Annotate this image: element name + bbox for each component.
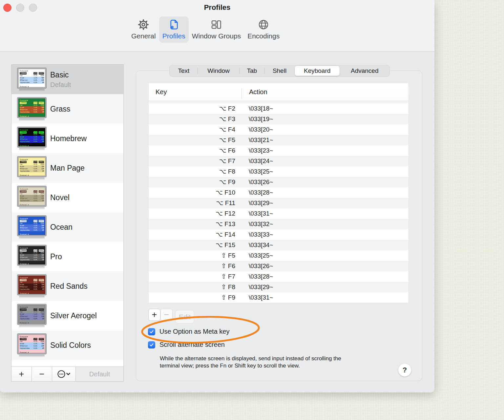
key-mapping-row[interactable]: ⌥ F11\033[29~: [149, 198, 409, 208]
terminal-preferences-window: Profiles: [0, 0, 434, 392]
key-mapping-row[interactable]: ⌥ F3\033[19~: [149, 114, 409, 124]
profile-item-man-page[interactable]: Terminal#COMMAND%CPURPRVTtop4.1%231KXcod…: [11, 153, 123, 183]
remove-profile-button[interactable]: −: [32, 367, 52, 381]
key-mapping-row[interactable]: ⇧ F7\033[28~: [149, 271, 409, 282]
key-mapping-row[interactable]: ⌥ F12\033[31~: [149, 208, 409, 219]
edit-key-button[interactable]: Edit: [175, 310, 194, 324]
tab-advanced[interactable]: Advanced: [340, 65, 389, 76]
action-cell: \033[23~: [242, 145, 273, 156]
tab-window[interactable]: Window: [198, 65, 240, 76]
profile-thumbnail: Terminal#COMMAND%CPURPRVTtop4.1%231KXcod…: [17, 97, 46, 121]
action-cell: \033[24~: [242, 156, 273, 166]
profile-name: Novel: [50, 193, 70, 202]
profile-item-silver-aerogel[interactable]: Terminal#COMMAND%CPURPRVTtop4.1%231KXcod…: [11, 301, 123, 330]
profile-item-pro[interactable]: Terminal#COMMAND%CPURPRVTtop4.1%231KXcod…: [11, 242, 123, 271]
key-cell: ⌥ F5: [149, 135, 242, 145]
key-mapping-row[interactable]: ⌥ F13\033[32~: [149, 219, 409, 229]
action-cell: \033[18~: [242, 103, 273, 114]
profile-thumbnail: Terminal#COMMAND%CPURPRVTtop4.1%231KXcod…: [17, 157, 46, 180]
column-divider: [242, 88, 242, 99]
key-mapping-row[interactable]: ⌥ F15\033[34~: [149, 240, 409, 250]
key-mapping-row[interactable]: ⇧ F6\033[26~: [149, 261, 409, 271]
use-option-as-meta-checkbox[interactable]: [148, 328, 155, 335]
profile-thumbnail: Terminal#COMMAND%CPURPRVTtop4.1%231KXcod…: [17, 334, 46, 357]
profile-thumbnail: Terminal#COMMAND%CPURPRVTtop4.1%231KXcod…: [17, 245, 46, 269]
toolbar-item-window-groups[interactable]: Window Groups: [189, 16, 244, 43]
table-header: Key Action: [149, 83, 409, 101]
tab-tab[interactable]: Tab: [239, 65, 264, 76]
key-mapping-row[interactable]: ⌥ F14\033[33~: [149, 229, 409, 240]
key-mapping-row[interactable]: ⇧ F8\033[29~: [149, 282, 409, 292]
profile-item-grass[interactable]: Terminal#COMMAND%CPURPRVTtop4.1%231KXcod…: [11, 94, 123, 124]
preferences-toolbar: General: [128, 16, 283, 43]
key-cell: ⇧ F7: [149, 271, 242, 282]
default-button[interactable]: Default: [76, 367, 123, 381]
key-cell: ⇧ F9: [149, 292, 242, 303]
action-cell: \033[25~: [242, 250, 273, 261]
add-key-button[interactable]: +: [148, 309, 160, 321]
tab-text[interactable]: Text: [170, 65, 198, 76]
action-cell: \033[26~: [242, 261, 273, 271]
profile-thumbnail: Terminal#COMMAND%CPURPRVTtop4.1%231KXcod…: [17, 186, 46, 210]
action-cell: \033[34~: [242, 240, 273, 250]
profile-item-novel[interactable]: Terminal#COMMAND%CPURPRVTtop4.1%231KXcod…: [11, 183, 123, 212]
key-mapping-row[interactable]: ⇧ F9\033[31~: [149, 292, 409, 303]
toolbar-item-encodings[interactable]: Encodings: [244, 16, 283, 43]
profile-name: Basic: [50, 71, 71, 79]
scroll-alternate-screen-checkbox[interactable]: [148, 341, 155, 348]
key-mapping-row[interactable]: ⌥ F4\033[20~: [149, 124, 409, 135]
add-profile-button[interactable]: +: [11, 367, 32, 381]
profile-item-red-sands[interactable]: Terminal#COMMAND%CPURPRVTtop4.1%231KXcod…: [11, 271, 123, 301]
toolbar-item-profiles[interactable]: Profiles: [159, 16, 189, 43]
key-mapping-row[interactable]: ⌥ F7\033[24~: [149, 156, 409, 166]
key-mapping-row[interactable]: ⌥ F8\033[25~: [149, 166, 409, 177]
tab-shell[interactable]: Shell: [264, 65, 295, 76]
sidebar-toolbar: + − Default: [11, 367, 124, 382]
thumbnail-reflection: [19, 296, 45, 298]
remove-key-button[interactable]: −: [160, 309, 173, 321]
profile-name: Man Page: [50, 164, 85, 173]
thumbnail-reflection: [19, 355, 45, 357]
profile-item-basic[interactable]: Terminal#COMMAND%CPURPRVTtop4.1%231KXcod…: [11, 65, 123, 94]
key-mapping-row[interactable]: ⌥ F10\033[28~: [149, 187, 409, 198]
profile-name: Red Sands: [50, 282, 88, 291]
thumbnail-reflection: [19, 207, 45, 210]
scroll-alternate-screen-row: Scroll alternate screen: [148, 341, 225, 348]
key-cell: ⌥ F6: [149, 145, 242, 156]
action-cell: \033[26~: [242, 177, 273, 187]
key-cell: ⌥ F3: [149, 114, 242, 124]
action-cell: \033[29~: [242, 198, 273, 208]
key-cell: ⌥ F12: [149, 208, 242, 219]
key-cell: ⇧ F8: [149, 282, 242, 292]
key-mapping-row[interactable]: ⇧ F5\033[25~: [149, 250, 409, 261]
toolbar-item-general[interactable]: General: [128, 16, 159, 43]
key-cell: ⌥ F8: [149, 166, 242, 177]
profile-item-solid-colors[interactable]: Terminal#COMMAND%CPURPRVTtop4.1%231KXcod…: [11, 330, 123, 360]
profile-name: Homebrew: [50, 134, 87, 143]
titlebar: Profiles: [0, 0, 434, 52]
action-cell: \033[31~: [242, 292, 273, 303]
profile-list: Terminal#COMMAND%CPURPRVTtop4.1%231KXcod…: [11, 65, 123, 367]
key-cell: ⌥ F2: [149, 103, 242, 114]
toolbar-label-encodings: Encodings: [247, 32, 280, 40]
key-cell: ⇧ F5: [149, 250, 242, 261]
ellipsis-circle-chevron-icon: [57, 369, 71, 379]
key-mapping-row[interactable]: ⌥ F5\033[21~: [149, 135, 409, 145]
key-mapping-row[interactable]: ⌥ F6\033[23~: [149, 145, 409, 156]
key-cell: ⌥ F10: [149, 187, 242, 198]
profile-item-ocean[interactable]: Terminal#COMMAND%CPURPRVTtop4.1%231KXcod…: [11, 212, 123, 242]
profiles-sidebar: Terminal#COMMAND%CPURPRVTtop4.1%231KXcod…: [11, 64, 124, 382]
key-cell: ⌥ F13: [149, 219, 242, 229]
tab-keyboard[interactable]: Keyboard: [295, 66, 340, 76]
thumbnail-reflection: [19, 325, 45, 328]
help-button[interactable]: ?: [398, 363, 411, 377]
profile-subtitle: Default: [50, 81, 71, 89]
key-mapping-row[interactable]: ⌥ F9\033[26~: [149, 177, 409, 187]
key-mapping-table[interactable]: Key Action ⌥ F2\033[18~⌥ F3\033[19~⌥ F4\…: [148, 83, 409, 303]
more-options-button[interactable]: [52, 367, 76, 381]
key-mapping-row[interactable]: ⌥ F2\033[18~: [149, 103, 409, 114]
key-cell: ⌥ F9: [149, 177, 242, 187]
action-cell: \033[28~: [242, 271, 273, 282]
profile-item-homebrew[interactable]: Terminal#COMMAND%CPURPRVTtop4.1%231KXcod…: [11, 124, 123, 153]
profile-thumbnail: Terminal#COMMAND%CPURPRVTtop4.1%231KXcod…: [17, 216, 46, 239]
